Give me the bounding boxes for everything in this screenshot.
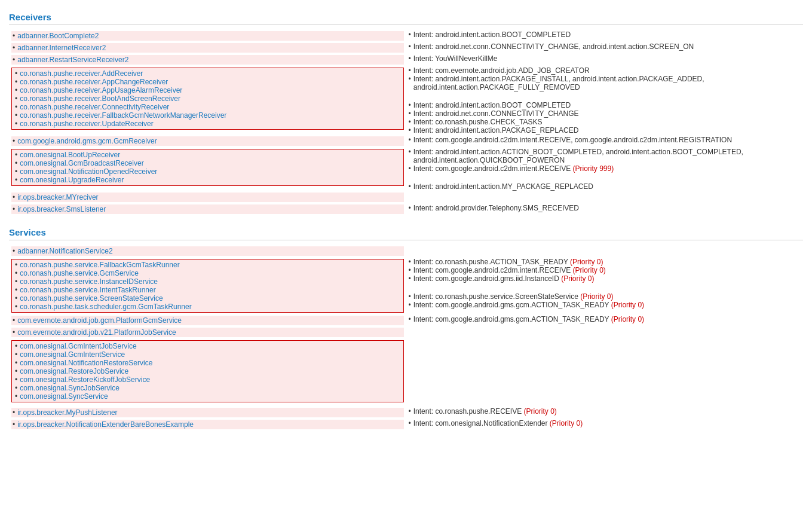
empty-row xyxy=(409,387,801,396)
priority-badge: (Priority 0) xyxy=(580,292,613,301)
intent-item: •Intent: android.intent.action.BOOT_COMP… xyxy=(409,101,801,109)
bullet-icon: • xyxy=(409,301,411,309)
intent-item: •Intent: android.provider.Telephony.SMS_… xyxy=(409,204,801,212)
item-link[interactable]: co.ronash.pushe.service.ScreenStateServi… xyxy=(20,294,163,303)
intent-item: •Intent: android.intent.action.MY_PACKAG… xyxy=(409,182,801,191)
bullet-icon: • xyxy=(409,118,411,126)
bullet-icon: • xyxy=(15,94,17,103)
item-link[interactable]: com.onesignal.RestoreJobService xyxy=(20,367,128,375)
left-cell: •com.evernote.android.job.gcm.PlatformGc… xyxy=(9,314,406,326)
item-link[interactable]: adbanner.NotificationService2 xyxy=(17,247,112,255)
bullet-icon: • xyxy=(13,316,15,325)
right-cell: •Intent: co.ronash.pushe.RECEIVE (Priori… xyxy=(406,407,804,419)
item-link[interactable]: com.onesignal.NotificationOpenedReceiver xyxy=(20,167,157,176)
intent-text: Intent: co.ronash.pushe.service.ScreenSt… xyxy=(413,292,614,301)
priority-badge: (Priority 999) xyxy=(573,164,614,173)
item-link[interactable]: com.evernote.android.job.gcm.PlatformGcm… xyxy=(17,316,182,325)
intent-text: Intent: com.google.android.gms.gcm.ACTIO… xyxy=(413,315,644,323)
list-item: •adbanner.InternetReceiver2 xyxy=(11,43,404,53)
priority-badge: (Priority 0) xyxy=(523,407,556,416)
right-cell: •Intent: com.evernote.android.job.ADD_JO… xyxy=(406,66,804,135)
item-link[interactable]: com.onesignal.RestoreKickoffJobService xyxy=(20,375,150,384)
left-cell: •ir.ops.breacker.MyPushListener xyxy=(9,407,406,419)
item-link[interactable]: co.ronash.pushe.task.scheduler.gcm.GcmTa… xyxy=(20,303,191,311)
intent-text: Intent: android.intent.action.BOOT_COMPL… xyxy=(413,101,571,109)
item-link[interactable]: ir.ops.breacker.NotificationExtenderBare… xyxy=(17,420,194,429)
item-link[interactable]: ir.ops.breacker.MyPushListener xyxy=(17,408,117,417)
item-link[interactable]: com.onesignal.UpgradeReceiver xyxy=(20,176,124,184)
bullet-icon: • xyxy=(15,167,17,176)
item-link[interactable]: com.onesignal.GcmIntentService xyxy=(20,350,125,359)
priority-badge: (Priority 0) xyxy=(611,301,644,309)
item-link[interactable]: co.ronash.pushe.receiver.FallbackGcmNetw… xyxy=(20,111,226,120)
right-cell: •Intent: co.ronash.pushe.ACTION_TASK_REA… xyxy=(406,257,804,314)
intent-text: Intent: android.net.conn.CONNECTIVITY_CH… xyxy=(413,109,579,118)
receivers-section: Receivers •adbanner.BootComplete2•Intent… xyxy=(9,12,803,215)
empty-row xyxy=(409,377,801,387)
intent-item: •Intent: com.google.android.gms.iid.Inst… xyxy=(409,274,801,283)
item-link[interactable]: com.onesignal.GcmBroadcastReceiver xyxy=(20,159,143,167)
item-link[interactable]: co.ronash.pushe.receiver.AddReceiver xyxy=(20,69,143,78)
bullet-icon: • xyxy=(13,205,15,213)
list-item: •com.onesignal.RestoreKickoffJobService xyxy=(15,375,400,384)
left-cell: •ir.ops.breacker.NotificationExtenderBar… xyxy=(9,419,406,430)
bullet-icon: • xyxy=(409,42,411,51)
intent-text: Intent: android.intent.action.MY_PACKAGE… xyxy=(413,182,593,191)
left-cell: •adbanner.InternetReceiver2 xyxy=(9,42,406,54)
item-link[interactable]: adbanner.BootComplete2 xyxy=(17,32,99,40)
left-cell: •adbanner.NotificationService2 xyxy=(9,245,406,257)
list-item: •co.ronash.pushe.receiver.BootAndScreenR… xyxy=(15,94,400,103)
item-link[interactable]: com.onesignal.SyncService xyxy=(20,392,108,401)
intent-text: Intent: com.google.android.c2dm.intent.R… xyxy=(413,266,606,274)
bullet-icon: • xyxy=(15,159,17,167)
empty-row xyxy=(409,358,801,368)
right-cell: •Intent: android.intent.action.ACTION_BO… xyxy=(406,147,804,191)
item-link[interactable]: adbanner.InternetReceiver2 xyxy=(17,44,106,52)
intent-item: •Intent: android.net.conn.CONNECTIVITY_C… xyxy=(409,109,801,118)
item-link[interactable]: com.google.android.gms.gcm.GcmReceiver xyxy=(17,137,157,145)
intent-item: •Intent: co.ronash.pushe.ACTION_TASK_REA… xyxy=(409,258,801,266)
priority-badge: (Priority 0) xyxy=(561,274,594,283)
item-link[interactable]: com.onesignal.BootUpReceiver xyxy=(20,151,120,159)
item-link[interactable]: co.ronash.pushe.receiver.UpdateReceiver xyxy=(20,120,153,128)
item-link[interactable]: co.ronash.pushe.service.FallbackGcmTaskR… xyxy=(20,261,179,269)
intent-text: Intent: com.onesignal.NotificationExtend… xyxy=(413,419,583,427)
bullet-icon: • xyxy=(15,286,17,294)
bullet-icon: • xyxy=(409,54,411,63)
item-link[interactable]: co.ronash.pushe.receiver.AppChangeReceiv… xyxy=(20,78,168,86)
list-item: •co.ronash.pushe.service.ScreenStateServ… xyxy=(15,294,400,303)
list-item: •com.onesignal.GcmBroadcastReceiver xyxy=(15,159,400,167)
intent-item: •Intent: co.ronash.pushe.service.ScreenS… xyxy=(409,292,801,301)
bullet-icon: • xyxy=(409,148,411,156)
item-link[interactable]: adbanner.RestartServiceReceiver2 xyxy=(17,56,128,64)
bullet-icon: • xyxy=(409,292,411,301)
bullet-icon: • xyxy=(13,32,15,40)
bullet-icon: • xyxy=(15,375,17,384)
list-item: •com.evernote.android.job.v21.PlatformJo… xyxy=(11,328,404,337)
item-link[interactable]: co.ronash.pushe.receiver.BootAndScreenRe… xyxy=(20,94,180,103)
item-link[interactable]: co.ronash.pushe.service.IntentTaskRunner xyxy=(20,286,155,294)
empty-row xyxy=(409,327,801,337)
list-item: •co.ronash.pushe.receiver.AppChangeRecei… xyxy=(15,78,400,86)
item-link[interactable]: com.evernote.android.job.v21.PlatformJob… xyxy=(17,328,176,337)
list-item: •co.ronash.pushe.service.FallbackGcmTask… xyxy=(15,261,400,269)
item-link[interactable]: com.onesignal.SyncJobService xyxy=(20,384,119,392)
item-link[interactable]: co.ronash.pushe.service.GcmService xyxy=(20,269,139,277)
item-link[interactable]: ir.ops.breacker.SmsListener xyxy=(17,205,106,213)
right-cell xyxy=(406,245,804,257)
item-link[interactable]: com.onesignal.GcmIntentJobService xyxy=(20,342,136,350)
intent-text: Intent: android.intent.action.PACKAGE_RE… xyxy=(413,126,579,135)
item-link[interactable]: co.ronash.pushe.receiver.ConnectivityRec… xyxy=(20,103,169,111)
intent-item: •Intent: com.evernote.android.job.ADD_JO… xyxy=(409,66,801,75)
item-link[interactable]: ir.ops.breacker.MYreciver xyxy=(17,193,98,201)
item-link[interactable]: co.ronash.pushe.service.InstanceIDServic… xyxy=(20,277,158,286)
priority-badge: (Priority 0) xyxy=(573,266,606,274)
intent-text: Intent: co.ronash.pushe.RECEIVE (Priorit… xyxy=(413,407,557,416)
item-link[interactable]: com.onesignal.NotificationRestoreService xyxy=(20,359,152,367)
list-item: •co.ronash.pushe.service.GcmService xyxy=(15,269,400,277)
intent-item: •Intent: com.onesignal.NotificationExten… xyxy=(409,419,801,427)
bullet-icon: • xyxy=(13,137,15,145)
item-link[interactable]: co.ronash.pushe.receiver.AppUsageAlarmRe… xyxy=(20,86,182,94)
bullet-icon: • xyxy=(13,328,15,337)
left-cell: •co.ronash.pushe.receiver.AddReceiver•co… xyxy=(9,66,406,135)
